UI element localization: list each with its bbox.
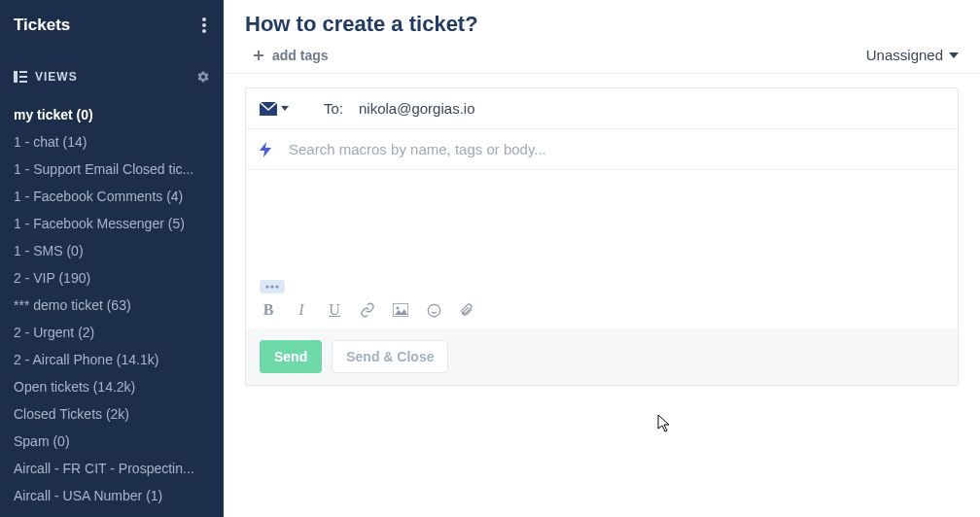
ticket-meta-row: add tags Unassigned	[224, 41, 980, 74]
add-tags-button[interactable]: add tags	[245, 48, 329, 63]
sidebar-item[interactable]: 1 - SMS (0)	[0, 237, 224, 264]
sidebar-item[interactable]: Spam (0)	[0, 428, 224, 455]
sidebar-item[interactable]: 1 - Facebook Messenger (5)	[0, 210, 224, 237]
underline-button[interactable]: U	[326, 301, 343, 319]
sidebar-section-label: VIEWS	[35, 70, 78, 84]
sidebar-item[interactable]: Aircall - FR CIT - Prospectin...	[0, 455, 224, 482]
lightning-icon	[260, 142, 271, 157]
link-icon	[360, 302, 375, 318]
sidebar-header: Tickets	[0, 0, 224, 51]
add-tags-label: add tags	[272, 48, 329, 63]
sidebar-item[interactable]: 2 - Urgent (2)	[0, 319, 224, 346]
svg-rect-6	[19, 81, 27, 83]
macro-search-input[interactable]	[289, 141, 944, 157]
formatting-toolbar: B I U	[246, 293, 958, 328]
svg-rect-5	[19, 76, 27, 78]
svg-point-2	[202, 29, 206, 33]
channel-selector[interactable]	[260, 102, 289, 116]
sidebar-item[interactable]: 1 - Facebook Comments (4)	[0, 183, 224, 210]
caret-down-icon	[949, 52, 959, 58]
compose-body[interactable]	[246, 170, 958, 273]
compose-to-row: To: nikola@gorgias.io	[246, 88, 958, 129]
emoji-icon	[427, 303, 441, 318]
macro-row	[246, 129, 958, 170]
compose-panel: To: nikola@gorgias.io B	[245, 87, 959, 386]
sidebar-item[interactable]: *** demo ticket (63)	[0, 292, 224, 319]
image-icon	[393, 303, 408, 317]
gear-icon	[196, 70, 210, 84]
expand-quoted-button[interactable]	[260, 280, 285, 293]
ticket-title: How to create a ticket?	[245, 12, 478, 37]
sidebar: Tickets VIEWS my ticket (0) 1 - chat (14…	[0, 0, 224, 517]
sidebar-title: Tickets	[14, 16, 70, 35]
svg-point-14	[397, 307, 400, 310]
sidebar-item[interactable]: 2 - VIP (190)	[0, 264, 224, 292]
image-button[interactable]	[392, 301, 409, 319]
bold-button[interactable]: B	[260, 301, 277, 319]
link-button[interactable]	[359, 301, 376, 319]
assignee-dropdown[interactable]: Unassigned	[866, 47, 959, 63]
send-close-button[interactable]: Send & Close	[332, 340, 448, 373]
sidebar-more-button[interactable]	[198, 14, 210, 37]
sidebar-settings-button[interactable]	[196, 70, 210, 84]
sidebar-item[interactable]: 1 - Support Email Closed tic...	[0, 155, 224, 183]
svg-point-1	[202, 23, 206, 27]
svg-rect-3	[14, 71, 18, 83]
email-icon	[260, 102, 277, 116]
sidebar-item[interactable]: 1 - chat (14)	[0, 128, 224, 155]
paperclip-icon	[460, 302, 473, 318]
views-icon	[14, 71, 27, 83]
svg-point-15	[428, 304, 440, 317]
svg-point-12	[275, 285, 278, 288]
emoji-button[interactable]	[425, 301, 442, 319]
compose-actions: Send Send & Close	[246, 328, 958, 385]
main-content: How to create a ticket? add tags Unassig…	[224, 0, 980, 517]
sidebar-item[interactable]: 2 - Aircall Phone (14.1k)	[0, 346, 224, 373]
sidebar-item[interactable]: Open tickets (14.2k)	[0, 373, 224, 400]
sidebar-item[interactable]: Aircall - USA Number (1)	[0, 482, 224, 509]
sidebar-item[interactable]: Closed Tickets (2k)	[0, 400, 224, 428]
plus-icon	[253, 50, 264, 61]
dots-horizontal-icon	[265, 285, 279, 289]
more-vertical-icon	[202, 17, 206, 33]
assignee-label: Unassigned	[866, 47, 943, 63]
to-field-label: To:	[324, 100, 343, 117]
svg-point-0	[202, 17, 206, 21]
svg-rect-4	[19, 71, 27, 73]
sidebar-views-list: my ticket (0) 1 - chat (14) 1 - Support …	[0, 93, 224, 515]
ticket-header-row: How to create a ticket?	[224, 0, 980, 41]
svg-point-11	[270, 285, 273, 288]
caret-down-icon	[281, 106, 289, 111]
compose-expand-row	[246, 273, 958, 293]
to-field-value[interactable]: nikola@gorgias.io	[359, 100, 474, 117]
italic-button[interactable]: I	[293, 301, 310, 319]
attachment-button[interactable]	[458, 301, 475, 319]
svg-point-10	[265, 285, 268, 288]
sidebar-item[interactable]: my ticket (0)	[0, 101, 224, 128]
send-button[interactable]: Send	[260, 340, 322, 373]
sidebar-section-header: VIEWS	[0, 51, 224, 93]
